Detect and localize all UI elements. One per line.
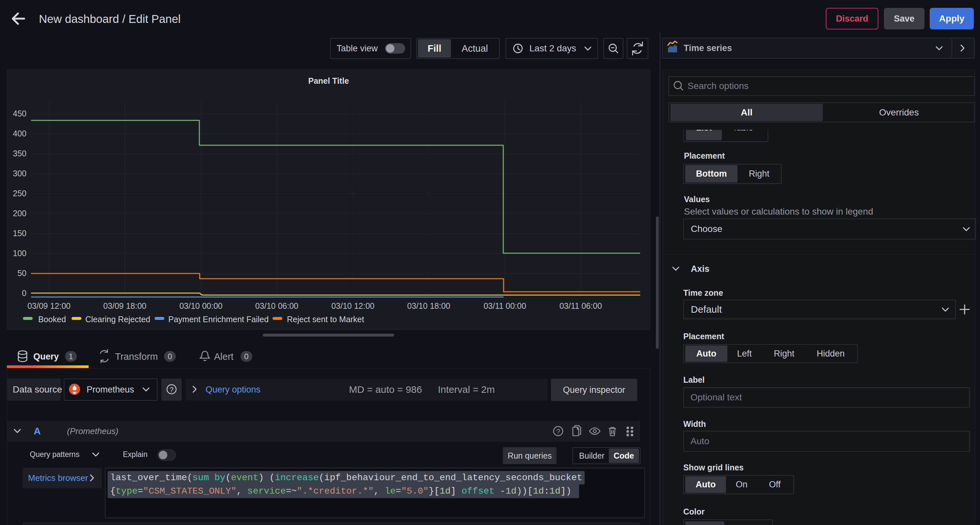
svg-text:?: ?: [556, 428, 560, 436]
svg-text:?: ?: [170, 386, 173, 394]
